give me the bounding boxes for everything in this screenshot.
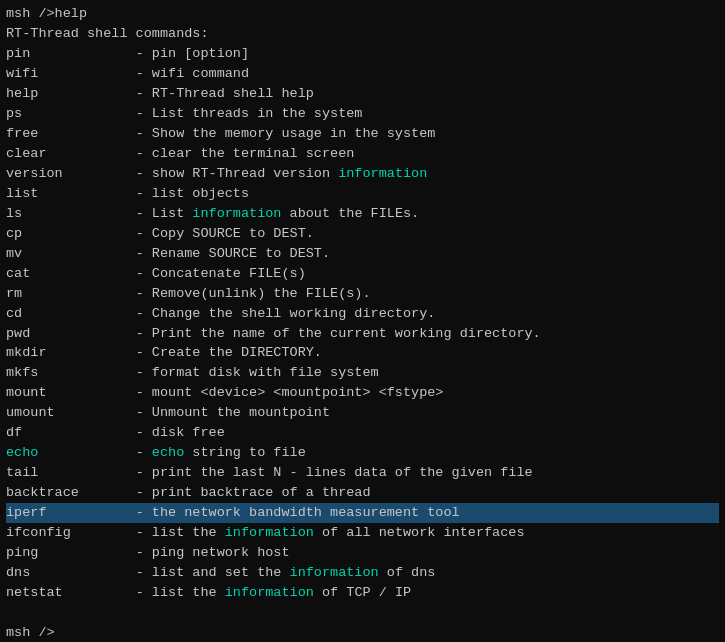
prompt-bottom: msh /> (6, 623, 55, 642)
cmd-pin: pin - pin [option] (6, 44, 719, 64)
cmd-df: df - disk free (6, 423, 719, 443)
cmd-help: help - RT-Thread shell help (6, 84, 719, 104)
cmd-mkfs: mkfs - format disk with file system (6, 363, 719, 383)
header: RT-Thread shell commands: (6, 24, 209, 44)
cmd-list: list - list objects (6, 184, 719, 204)
cmd-umount: umount - Unmount the mountpoint (6, 403, 719, 423)
cmd-clear: clear - clear the terminal screen (6, 144, 719, 164)
cmd-free: free - Show the memory usage in the syst… (6, 124, 719, 144)
prompt-bottom-line: msh /> (6, 623, 719, 642)
header-line: RT-Thread shell commands: (6, 24, 719, 44)
prompt-top: msh />help (6, 4, 87, 24)
prompt-top-line: msh />help (6, 4, 719, 24)
cmd-cd: cd - Change the shell working directory. (6, 304, 719, 324)
cmd-backtrace: backtrace - print backtrace of a thread (6, 483, 719, 503)
cmd-ping: ping - ping network host (6, 543, 719, 563)
cmd-echo: echo - echo string to file (6, 443, 719, 463)
cmd-dns: dns - list and set the information of dn… (6, 563, 719, 583)
cmd-cp: cp - Copy SOURCE to DEST. (6, 224, 719, 244)
cmd-version: version - show RT-Thread version informa… (6, 164, 719, 184)
spacer (6, 603, 719, 623)
cmd-ps: ps - List threads in the system (6, 104, 719, 124)
terminal: msh />help RT-Thread shell commands: pin… (6, 4, 719, 642)
cmd-mount: mount - mount <device> <mountpoint> <fst… (6, 383, 719, 403)
cmd-rm: rm - Remove(unlink) the FILE(s). (6, 284, 719, 304)
cmd-mv: mv - Rename SOURCE to DEST. (6, 244, 719, 264)
cmd-ls: ls - List information about the FILEs. (6, 204, 719, 224)
cmd-mkdir: mkdir - Create the DIRECTORY. (6, 343, 719, 363)
cmd-ifconfig: ifconfig - list the information of all n… (6, 523, 719, 543)
cmd-tail: tail - print the last N - lines data of … (6, 463, 719, 483)
cmd-wifi: wifi - wifi command (6, 64, 719, 84)
cmd-cat: cat - Concatenate FILE(s) (6, 264, 719, 284)
cmd-netstat: netstat - list the information of TCP / … (6, 583, 719, 603)
cmd-pwd: pwd - Print the name of the current work… (6, 324, 719, 344)
cmd-iperf: iperf - the network bandwidth measuremen… (6, 503, 719, 523)
